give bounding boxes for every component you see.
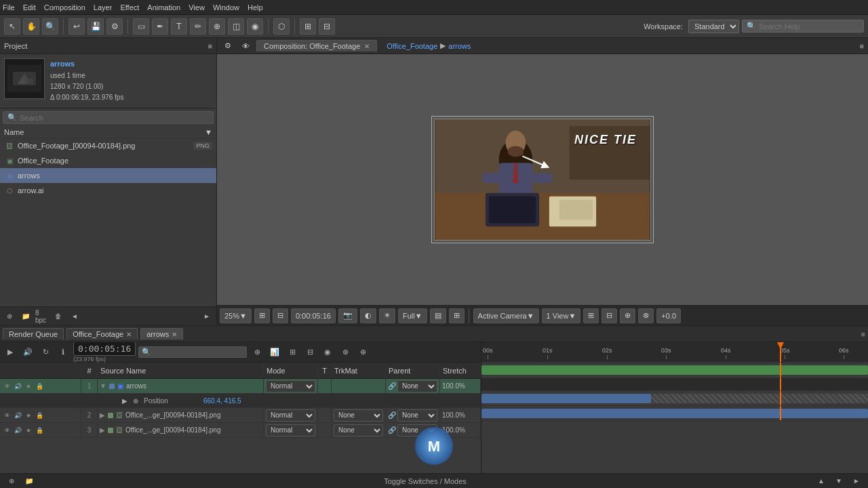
- tool-clone[interactable]: ⊕: [209, 18, 225, 35]
- layer-2-expand[interactable]: ▶: [100, 411, 105, 419]
- track-row-3[interactable]: [481, 406, 868, 421]
- playhead[interactable]: [780, 342, 781, 362]
- project-search-input[interactable]: [20, 114, 209, 122]
- layer-3-trkmat-select[interactable]: None: [334, 424, 383, 436]
- offset-display[interactable]: +0.0: [656, 308, 681, 323]
- tab-render-queue[interactable]: Render Queue: [3, 328, 64, 340]
- reset-exposure-btn[interactable]: ⊟: [601, 308, 617, 323]
- track-row-2[interactable]: [481, 391, 868, 406]
- layer-1-solo[interactable]: ★: [24, 382, 33, 391]
- show-channel-btn[interactable]: ◐: [360, 308, 376, 323]
- menu-composition[interactable]: Composition: [44, 3, 85, 12]
- pixel-aspect-btn[interactable]: ⊟: [273, 308, 288, 323]
- toggle-region-btn[interactable]: ⊕: [620, 308, 635, 323]
- tool-hand[interactable]: ✋: [23, 18, 39, 35]
- menu-window[interactable]: Window: [213, 3, 239, 12]
- layer-3-mode-select[interactable]: Normal: [266, 424, 315, 436]
- status-folder-btn[interactable]: 📁: [23, 475, 35, 487]
- comp-tab-office[interactable]: Composition: Office_Footage ✕: [256, 40, 377, 52]
- quality-control[interactable]: Full ▼: [398, 308, 427, 323]
- breadcrumb-arrows[interactable]: arrows: [448, 42, 471, 50]
- comp-panel-menu[interactable]: ≡: [860, 42, 864, 50]
- trash-btn[interactable]: 🗑: [52, 310, 65, 323]
- layer-3-expand[interactable]: ▶: [100, 426, 105, 434]
- layer-2-mode-select[interactable]: Normal: [266, 409, 315, 422]
- snapshot-btn[interactable]: 📷: [338, 308, 357, 323]
- layer-1-expand[interactable]: ▼: [100, 382, 106, 390]
- layer-row-2[interactable]: 👁 🔊 ★ 🔒 2 ▶ 🖼 Office_...ge_[00094-00184]…: [0, 408, 481, 423]
- tool-puppet[interactable]: ⬡: [273, 18, 290, 35]
- composition-flow-btn[interactable]: ⊗: [338, 345, 353, 360]
- exposure-btn[interactable]: ☀: [379, 308, 395, 323]
- new-folder-btn[interactable]: 📁: [19, 310, 33, 323]
- tab-office-close[interactable]: ✕: [126, 331, 132, 338]
- project-item-ai[interactable]: ⬡ arrow.ai: [0, 183, 216, 198]
- position-value[interactable]: 660.4, 416.5: [203, 397, 241, 405]
- bit-depth-btn[interactable]: 8 bpc: [35, 310, 49, 323]
- menu-effect[interactable]: Effect: [120, 3, 139, 12]
- layer-3-audio[interactable]: 🔊: [13, 426, 22, 435]
- layer-row-1[interactable]: 👁 🔊 ★ 🔒 1 ▼ ▣ arrows Normal: [0, 379, 481, 394]
- layer-1-audio[interactable]: 🔊: [13, 382, 22, 391]
- breadcrumb-office[interactable]: Office_Footage: [387, 42, 437, 50]
- position-expand[interactable]: ▶: [122, 397, 127, 405]
- zoom-control[interactable]: 25% ▼: [220, 308, 252, 323]
- layer-1-parent-select[interactable]: None: [397, 380, 437, 392]
- layer-1-lock[interactable]: 🔒: [35, 382, 44, 391]
- layer-2-lock[interactable]: 🔒: [35, 411, 44, 420]
- status-scroll-btn[interactable]: ▼: [833, 475, 845, 487]
- time-display[interactable]: 0:00:05:16: [291, 308, 336, 323]
- tab-arrows-close[interactable]: ✕: [172, 331, 177, 338]
- layer-distribute-btn[interactable]: ⊟: [302, 345, 317, 360]
- tool-roto[interactable]: ◉: [247, 18, 263, 35]
- menu-animation[interactable]: Animation: [147, 3, 180, 12]
- layer-align-btn[interactable]: ⊞: [285, 345, 300, 360]
- tool-undo[interactable]: ↩: [68, 18, 85, 35]
- new-composition-btn[interactable]: ⊕: [3, 310, 16, 323]
- prev-frame-btn[interactable]: ◄: [68, 310, 81, 323]
- render-queue-btn2[interactable]: ⊕: [355, 345, 370, 360]
- preview-info-btn[interactable]: ℹ: [56, 345, 71, 360]
- project-item-image[interactable]: 🖼 Office_Footage_[00094-00184].png PNG: [0, 138, 216, 153]
- layer-1-visibility[interactable]: 👁: [2, 382, 12, 391]
- menu-file[interactable]: File: [3, 3, 15, 12]
- project-item-arrows[interactable]: ▣ arrows: [0, 168, 216, 183]
- view-control[interactable]: 1 View ▼: [542, 308, 581, 323]
- project-panel-menu[interactable]: ≡: [208, 42, 212, 50]
- preview-loop-btn[interactable]: ↻: [38, 345, 53, 360]
- next-frame-btn[interactable]: ►: [200, 310, 214, 323]
- toggle-label[interactable]: Toggle Switches / Modes: [41, 477, 810, 485]
- graph-editor-btn[interactable]: 📊: [267, 345, 282, 360]
- tool-pen[interactable]: ✒: [152, 18, 168, 35]
- layer-2-solo[interactable]: ★: [24, 411, 33, 420]
- tab-office-footage[interactable]: Office_Footage ✕: [66, 328, 138, 340]
- workspace-select[interactable]: Standard: [688, 20, 739, 33]
- status-expand-btn[interactable]: ▲: [815, 475, 827, 487]
- comp-tab-office-close[interactable]: ✕: [364, 43, 370, 50]
- timeline-menu-btn[interactable]: ≡: [861, 330, 865, 338]
- layer-2-audio[interactable]: 🔊: [13, 411, 22, 420]
- timeline-search-input[interactable]: [153, 348, 243, 357]
- comp-flowchart-btn[interactable]: ⊞: [583, 308, 599, 323]
- layer-tools-btn[interactable]: ⊕: [250, 345, 264, 360]
- menu-help[interactable]: Help: [248, 3, 263, 12]
- layer-row-3[interactable]: 👁 🔊 ★ 🔒 3 ▶ 🖼 Office_...ge_[00094-00184]…: [0, 423, 481, 438]
- preview-play-btn[interactable]: ▶: [3, 345, 18, 360]
- tool-camera[interactable]: ⊟: [319, 18, 335, 35]
- timeline-time[interactable]: 0:00:05:16: [73, 342, 136, 356]
- camera-control[interactable]: Active Camera ▼: [473, 308, 539, 323]
- layer-solo-btn[interactable]: ◉: [320, 345, 335, 360]
- status-end-btn[interactable]: ►: [850, 475, 863, 487]
- tab-arrows[interactable]: arrows ✕: [140, 328, 183, 340]
- tool-rect[interactable]: ▭: [133, 18, 149, 35]
- layer-2-visibility[interactable]: 👁: [2, 411, 12, 420]
- status-new-btn[interactable]: ⊕: [5, 475, 18, 487]
- tool-eraser[interactable]: ◫: [228, 18, 244, 35]
- tool-text[interactable]: T: [171, 18, 187, 35]
- grid-btn[interactable]: ⊞: [449, 308, 465, 323]
- menu-layer[interactable]: Layer: [94, 3, 113, 12]
- preview-audio-btn[interactable]: 🔊: [20, 345, 35, 360]
- search-input[interactable]: [759, 22, 859, 30]
- layer-2-parent-select[interactable]: None: [397, 409, 437, 422]
- tool-save[interactable]: 💾: [87, 18, 104, 35]
